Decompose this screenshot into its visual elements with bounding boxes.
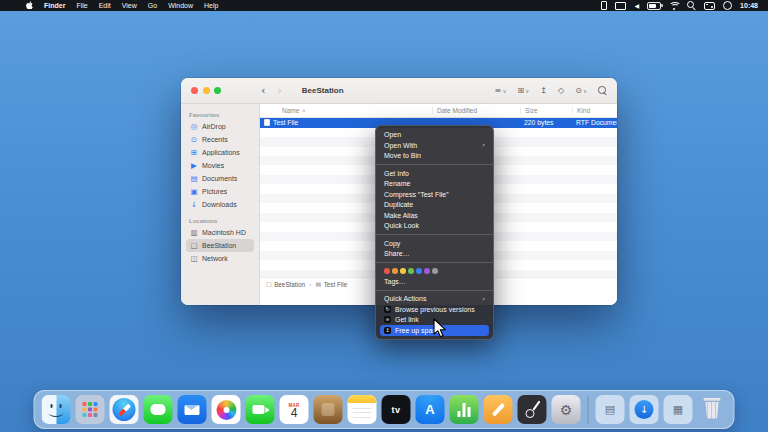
phone-mirroring-icon[interactable] xyxy=(601,1,607,10)
sidebar-item-documents[interactable]: ▤Documents xyxy=(186,172,254,185)
context-menu-item-quick-look[interactable]: Quick Look xyxy=(376,221,493,232)
wifi-icon[interactable] xyxy=(669,2,679,10)
dock-item-photos[interactable] xyxy=(212,395,241,424)
sidebar-item-pictures[interactable]: ▣Pictures xyxy=(186,185,254,198)
control-center-icon[interactable] xyxy=(704,2,715,10)
path-crumb-test-file[interactable]: ▤Test File xyxy=(316,281,348,288)
dock-item-downloads[interactable]: ↓ xyxy=(630,395,659,424)
actions-button[interactable]: ⊙∨ xyxy=(575,86,587,95)
column-header-name[interactable]: Name∧ xyxy=(260,107,432,114)
dock-item-folder-1[interactable]: ▤ xyxy=(596,395,625,424)
dock-item-safari[interactable] xyxy=(110,395,139,424)
spotlight-search-icon[interactable] xyxy=(687,1,696,10)
dock-item-pages[interactable] xyxy=(484,395,513,424)
dock-item-notes[interactable] xyxy=(348,395,377,424)
sidebar-item-airdrop[interactable]: ◎AirDrop xyxy=(186,120,254,133)
nav-buttons: ‹ › xyxy=(261,85,282,96)
context-menu-item-tags[interactable]: Tags… xyxy=(376,276,493,287)
tag-dot-0[interactable] xyxy=(384,268,390,274)
context-menu-item-get-info[interactable]: Get Info xyxy=(376,168,493,179)
submenu-arrow-icon: › xyxy=(482,141,485,149)
screen-mirroring-icon[interactable] xyxy=(615,2,626,10)
file-icon xyxy=(264,119,270,126)
tag-dot-5[interactable] xyxy=(424,268,430,274)
sidebar-section-locations: Locations xyxy=(189,218,254,224)
dock-item-apple-tv[interactable]: tv xyxy=(382,395,411,424)
column-header-size[interactable]: Size xyxy=(520,107,572,114)
menubar-status-area: ◀ 10:48 xyxy=(601,1,758,10)
tag-dot-3[interactable] xyxy=(408,268,414,274)
back-button[interactable]: ‹ xyxy=(261,85,265,96)
context-menu-item-duplicate[interactable]: Duplicate xyxy=(376,200,493,211)
tag-dot-4[interactable] xyxy=(416,268,422,274)
context-menu-item-open-with[interactable]: Open With› xyxy=(376,140,493,151)
dock-item-mail[interactable] xyxy=(178,395,207,424)
link-icon: ∞ xyxy=(384,316,391,323)
column-header-kind[interactable]: Kind xyxy=(572,107,617,114)
dock-item-calendar[interactable]: MAR4 xyxy=(280,395,309,424)
context-menu-item-quick-actions[interactable]: Quick Actions› xyxy=(376,294,493,305)
share-button[interactable]: ↥ xyxy=(540,86,547,95)
menubar-clock[interactable]: 10:48 xyxy=(740,2,758,9)
dock-item-app-store[interactable]: A xyxy=(416,395,445,424)
pictures-icon: ▣ xyxy=(190,188,198,196)
menubar-item-view[interactable]: View xyxy=(122,2,137,9)
menubar-item-finder[interactable]: Finder xyxy=(44,2,65,9)
context-menu-item-browse-previous-versions[interactable]: ↻Browse previous versions xyxy=(376,304,493,315)
sidebar-item-macintosh-hd[interactable]: ▥Macintosh HD xyxy=(186,226,254,239)
menubar-item-help[interactable]: Help xyxy=(204,2,218,9)
volume-icon[interactable]: ◀ xyxy=(634,3,639,9)
sidebar: Favourites ◎AirDrop ⊙Recents ⊞Applicatio… xyxy=(181,104,260,305)
path-separator: › xyxy=(309,281,312,288)
battery-icon[interactable] xyxy=(647,2,661,10)
sidebar-item-applications[interactable]: ⊞Applications xyxy=(186,146,254,159)
sidebar-item-recents[interactable]: ⊙Recents xyxy=(186,133,254,146)
dock-item-folder-2[interactable]: ▦ xyxy=(664,395,693,424)
view-group-button[interactable]: ⊞∨ xyxy=(517,86,529,95)
context-menu-item-copy[interactable]: Copy xyxy=(376,238,493,249)
context-menu-item-move-to-bin[interactable]: Move to Bin xyxy=(376,151,493,162)
context-menu-item-make-alias[interactable]: Make Alias xyxy=(376,210,493,221)
window-titlebar[interactable]: ‹ › BeeStation ≡∨ ⊞∨ ↥ ◇ ⊙∨ xyxy=(181,78,617,104)
dock-item-facetime[interactable] xyxy=(246,395,275,424)
menu-separator xyxy=(376,262,493,263)
dock-item-finder[interactable] xyxy=(42,395,71,424)
user-menu-icon[interactable] xyxy=(723,1,732,10)
view-list-button[interactable]: ≡∨ xyxy=(495,86,507,95)
dock-item-launchpad[interactable] xyxy=(76,395,105,424)
dock-item-messages[interactable] xyxy=(144,395,173,424)
context-menu-item-open[interactable]: Open xyxy=(376,130,493,141)
tag-dot-1[interactable] xyxy=(392,268,398,274)
minimize-button[interactable] xyxy=(203,87,210,94)
menubar-item-window[interactable]: Window xyxy=(168,2,193,9)
column-header-date-modified[interactable]: Date Modified xyxy=(432,107,520,114)
dock-item-numbers[interactable] xyxy=(450,395,479,424)
menubar-item-file[interactable]: File xyxy=(76,2,87,9)
apple-logo-icon[interactable] xyxy=(26,1,33,11)
path-crumb-beestation[interactable]: ▢BeeStation xyxy=(266,281,305,288)
sidebar-item-beestation[interactable]: ▢BeeStation xyxy=(186,239,254,252)
download-arrow-icon: ↓ xyxy=(635,400,654,419)
tags-button[interactable]: ◇ xyxy=(558,86,564,95)
menubar-item-edit[interactable]: Edit xyxy=(99,2,111,9)
close-button[interactable] xyxy=(191,87,198,94)
zoom-button[interactable] xyxy=(214,87,221,94)
sidebar-item-network[interactable]: ◫Network xyxy=(186,252,254,265)
tag-dot-2[interactable] xyxy=(400,268,406,274)
dock-item-garageband[interactable] xyxy=(518,395,547,424)
tag-dot-6[interactable] xyxy=(432,268,438,274)
context-menu-item-share[interactable]: Share… xyxy=(376,249,493,260)
calendar-day: 4 xyxy=(291,408,298,419)
dock-separator xyxy=(588,396,589,424)
sidebar-item-downloads[interactable]: ↓Downloads xyxy=(186,198,254,211)
context-menu-item-rename[interactable]: Rename xyxy=(376,179,493,190)
sidebar-item-movies[interactable]: ▶Movies xyxy=(186,159,254,172)
dock-item-trash[interactable] xyxy=(698,395,727,424)
search-icon[interactable] xyxy=(598,86,607,95)
forward-button[interactable]: › xyxy=(277,85,281,96)
context-menu-item-compress[interactable]: Compress “Test File” xyxy=(376,189,493,200)
grid-folder-icon: ▦ xyxy=(673,404,683,415)
dock-item-app-brown[interactable] xyxy=(314,395,343,424)
menubar-item-go[interactable]: Go xyxy=(148,2,157,9)
dock-item-system-settings[interactable]: ⚙ xyxy=(552,395,581,424)
